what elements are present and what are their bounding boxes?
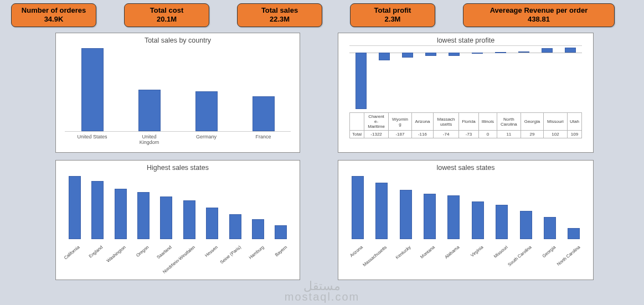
bar bbox=[67, 176, 82, 239]
axis-label: Seine (Paris) bbox=[219, 245, 242, 265]
table-header: Georgia bbox=[521, 113, 543, 131]
bar bbox=[356, 53, 367, 109]
kpi-label: Number of orderes bbox=[20, 6, 87, 14]
kpi-value: 22.3M bbox=[246, 15, 313, 23]
chart-highest-sales-states: Highest sales states CaliforniaEnglandWa… bbox=[55, 160, 300, 280]
bar bbox=[446, 195, 462, 240]
axis-label: South Carolina bbox=[507, 245, 532, 267]
kpi-label: Total profit bbox=[359, 6, 426, 14]
kpi-card-avgrev: Avereage Revenue per order 438.81 bbox=[463, 3, 615, 27]
axis-label: Saarland bbox=[156, 245, 173, 260]
axis-label: United States bbox=[75, 134, 110, 145]
table-header: Illinois bbox=[478, 113, 497, 131]
bar bbox=[449, 53, 460, 56]
axis-label: Hamburg bbox=[248, 245, 265, 260]
bar bbox=[159, 197, 174, 240]
bar bbox=[472, 53, 483, 54]
table-header: Wyoming bbox=[389, 113, 412, 131]
axis-label: Germany bbox=[189, 134, 224, 145]
table-header: Arizona bbox=[411, 113, 433, 131]
kpi-label: Avereage Revenue per order bbox=[472, 6, 605, 14]
chart-lowest-state-profit: lowest state profite Charente-MaritimeWy… bbox=[338, 33, 594, 153]
kpi-card-profit: Total profit 2.3M bbox=[350, 3, 435, 27]
bar bbox=[246, 96, 281, 131]
bar bbox=[379, 53, 390, 60]
bar bbox=[204, 208, 219, 239]
table-header: Florida bbox=[458, 113, 478, 131]
table-cell: 11 bbox=[497, 131, 521, 138]
kpi-card-orders: Number of orderes 34.9K bbox=[11, 3, 96, 27]
axis-label: United Kingdom bbox=[132, 134, 167, 145]
axis-labels: ArizonaMassachusettsKentuckyMontanaAlaba… bbox=[345, 241, 586, 275]
bar bbox=[136, 192, 151, 240]
bar bbox=[274, 225, 288, 239]
profit-data-table: Charente-MaritimeWyomingArizonaMassachus… bbox=[349, 112, 582, 138]
plot-area bbox=[345, 173, 586, 239]
table-cell: 0 bbox=[478, 131, 497, 138]
bar bbox=[518, 51, 529, 53]
axis-label: Arizona bbox=[349, 245, 364, 258]
table-cell: 29 bbox=[521, 131, 543, 138]
bar bbox=[349, 176, 365, 239]
kpi-card-sales: Total sales 22.3M bbox=[237, 3, 322, 27]
kpi-value: 438.81 bbox=[472, 15, 605, 23]
bar bbox=[189, 91, 224, 131]
bar bbox=[542, 217, 558, 239]
chart-title: lowest sales states bbox=[338, 164, 593, 172]
kpi-label: Total sales bbox=[246, 6, 313, 14]
axis-label: Missouri bbox=[493, 245, 509, 259]
bar bbox=[495, 52, 506, 53]
table-cell: -74 bbox=[434, 131, 459, 138]
bar bbox=[542, 48, 553, 53]
bar bbox=[250, 219, 265, 239]
watermark: مستقل mostaql.com bbox=[285, 281, 359, 302]
bar bbox=[470, 201, 486, 239]
chart-title: Total sales by country bbox=[56, 37, 300, 44]
bar bbox=[90, 181, 105, 239]
plot-area bbox=[65, 45, 291, 132]
kpi-label: Total cost bbox=[133, 6, 200, 14]
chart-lowest-sales-states: lowest sales states ArizonaMassachusetts… bbox=[338, 160, 594, 280]
kpi-value: 2.3M bbox=[359, 15, 426, 23]
table-header: Utah bbox=[567, 113, 581, 131]
bar bbox=[373, 183, 389, 240]
bar bbox=[493, 205, 509, 240]
bar bbox=[228, 214, 243, 240]
table-cell: -116 bbox=[411, 131, 433, 138]
axis-label: California bbox=[63, 245, 81, 261]
watermark-ar: مستقل bbox=[285, 281, 359, 292]
kpi-card-cost: Total cost 20.1M bbox=[124, 3, 209, 27]
watermark-lat: mostaql.com bbox=[285, 292, 359, 302]
axis-labels: United StatesUnited KingdomGermanyFrance bbox=[65, 132, 291, 145]
axis-label: Oregon bbox=[135, 245, 150, 258]
chart-sales-by-country: Total sales by country United StatesUnit… bbox=[55, 33, 300, 153]
table-header: Missouri bbox=[543, 113, 567, 131]
axis-label: Montana bbox=[420, 245, 436, 260]
plot-area bbox=[63, 173, 293, 239]
kpi-value: 34.9K bbox=[20, 15, 87, 23]
axis-label: Georgia bbox=[542, 245, 557, 259]
axis-label: Hessen bbox=[204, 245, 219, 258]
chart-title: lowest state profite bbox=[338, 37, 593, 44]
bar bbox=[421, 194, 437, 239]
chart-title: Highest sales states bbox=[56, 164, 300, 172]
axis-label: Bayern bbox=[274, 245, 288, 257]
table-cell: -187 bbox=[389, 131, 412, 138]
axis-label: Virginia bbox=[470, 245, 484, 258]
bar bbox=[398, 190, 414, 239]
table-row-label: Total bbox=[350, 131, 364, 138]
axis-label: England bbox=[88, 245, 104, 259]
axis-labels: CaliforniaEnglandWashingtonOregonSaarlan… bbox=[63, 241, 293, 275]
axis-label: Kentucky bbox=[395, 245, 412, 260]
kpi-value: 20.1M bbox=[133, 15, 200, 23]
bar bbox=[402, 53, 413, 58]
axis-label: France bbox=[246, 134, 281, 145]
bar bbox=[182, 200, 197, 240]
table-cell: 109 bbox=[567, 131, 581, 138]
table-cell: -1322 bbox=[364, 131, 389, 138]
table-cell: 102 bbox=[543, 131, 567, 138]
table-cell: -73 bbox=[458, 131, 478, 138]
table-header: Massachusetts bbox=[434, 113, 459, 131]
bar bbox=[425, 53, 436, 56]
plot-area bbox=[349, 45, 582, 112]
